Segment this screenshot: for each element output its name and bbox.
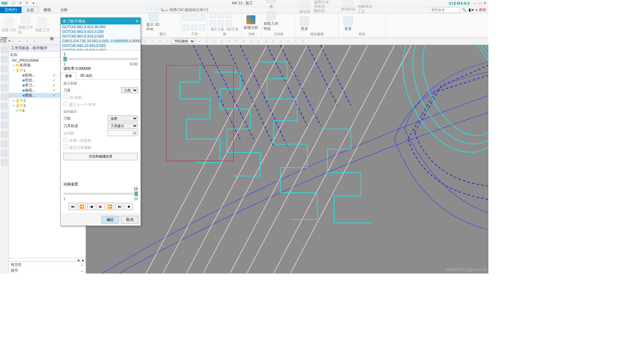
prev-button[interactable]: ⏪ <box>78 203 86 210</box>
tab-3ddynamic[interactable]: 3D 动态 <box>76 72 96 79</box>
quick-access[interactable]: ▢↺↻▾ <box>9 1 36 6</box>
dialog-tabs: 重播 3D 动态 <box>61 72 141 80</box>
tool-select[interactable]: 刀具 <box>121 87 138 93</box>
ok-button[interactable]: 确定 <box>102 216 119 224</box>
show-3dipw-button[interactable]: 显示 3D IPW <box>146 12 161 31</box>
tutorial-link[interactable]: ▸ 教程 <box>476 7 486 12</box>
tab-curve[interactable]: 曲线 <box>39 7 56 13</box>
selection-filter[interactable]: 特征曲线 <box>172 39 195 44</box>
res-icon[interactable] <box>1 122 7 128</box>
ribbon-group-gctool: 加工工具 - GC工具箱 <box>210 26 239 37</box>
res-icon[interactable] <box>1 131 7 137</box>
moveface-button[interactable]: 移动面 <box>297 0 312 14</box>
search-icon[interactable]: 🔍 <box>462 8 467 12</box>
ribbon-group-geom: 几何体 <box>264 31 293 37</box>
motion-count-input <box>108 130 138 136</box>
create-geom-button[interactable]: 创建几何体 <box>18 15 33 35</box>
nav-section-detail[interactable]: 细节⌄ <box>9 267 86 274</box>
rib-icon[interactable] <box>146 4 152 10</box>
chk-ipw <box>63 102 68 106</box>
last-button[interactable]: ⏭ <box>115 203 123 210</box>
chk-contact <box>63 144 68 149</box>
ribbon-group-insert: 刀片 <box>0 36 50 41</box>
tab-analyze[interactable]: 分析 <box>56 7 72 13</box>
res-icon[interactable] <box>1 56 7 62</box>
res-icon[interactable] <box>1 113 7 119</box>
create-tool-button[interactable]: 创建刀具 <box>1 17 16 33</box>
file-menu[interactable]: 文件(F) <box>0 7 21 13</box>
draft-analysis-button[interactable]: 拔模分析 <box>244 15 258 30</box>
nav-section-dependency[interactable]: 相关性⌄ <box>9 261 86 267</box>
create-ftproc-button[interactable]: 创建特征工艺 <box>358 0 372 14</box>
res-icon[interactable] <box>1 103 7 109</box>
chk-pause <box>63 137 68 142</box>
speed-label: 动画速度 <box>63 182 138 187</box>
playback-controls: ⏮ ⏪ ◀ ▶ ⏩ ⏭ ■ <box>63 203 138 210</box>
gear-icon: ⚙ <box>63 19 66 23</box>
nav-icon[interactable] <box>1 47 7 53</box>
first-button[interactable]: ⏮ <box>68 203 76 210</box>
res-icon[interactable] <box>1 141 7 147</box>
stop-button[interactable]: ■ <box>125 203 133 210</box>
more-sync-button[interactable]: 更多 <box>297 16 312 31</box>
dialog-title: 刀轨可视化 <box>67 19 86 24</box>
ribbon-group-analysis: 分析 <box>244 31 259 37</box>
frame-slider[interactable] <box>63 58 138 60</box>
next-button[interactable]: ⏩ <box>106 203 114 210</box>
res-icon[interactable] <box>1 160 7 166</box>
res-icon[interactable] <box>1 150 7 156</box>
create-op-button[interactable]: 创建工序 <box>35 17 50 33</box>
close-icon[interactable]: ✕ <box>136 19 139 23</box>
speed-slider[interactable] <box>63 193 138 195</box>
feedrate-label: 进给率 0.000000 <box>63 66 138 71</box>
res-icon[interactable] <box>1 75 7 81</box>
toolpath-visualize-dialog: ⚙ 刀轨可视化 ✕ GOTO/5.882,9.915,30.000GOTO/5.… <box>60 17 141 226</box>
trace-select[interactable]: 工具提示 <box>108 123 138 129</box>
tab-home[interactable]: 主页 <box>21 7 39 13</box>
res-icon[interactable] <box>1 94 7 100</box>
title-bar: NX ▢↺↻▾ NX 12 - 加工 SIEMENS —□✕ <box>0 0 488 7</box>
more-feature-button[interactable]: 更多 <box>341 16 356 31</box>
find-feature-button[interactable]: 查找特征 <box>341 0 356 12</box>
chk-2d <box>63 95 68 99</box>
ribbon-group-display: 显示 <box>146 31 179 37</box>
gouge-collision-button[interactable]: 过切和碰撞设置 <box>63 153 138 160</box>
window-controls[interactable]: —□✕ <box>473 1 487 5</box>
extract-geom-button[interactable]: 抽取几何特征 <box>264 11 278 31</box>
dialog-titlebar[interactable]: ⚙ 刀轨可视化 ✕ <box>61 18 141 24</box>
section-motion: 运动显示 <box>63 109 138 114</box>
goto-list[interactable]: GOTO/5.882,9.915,30.000GOTO/5.882,9.915,… <box>61 24 141 51</box>
command-search[interactable] <box>430 7 460 13</box>
window-title: NX 12 - 加工 <box>36 1 449 6</box>
back-button[interactable]: ◀ <box>87 203 95 210</box>
ribbon-group-feature: 特征 <box>341 31 383 37</box>
app-logo: NX <box>0 1 9 6</box>
frame-current: 1 <box>63 52 138 56</box>
graphics-viewport[interactable]: UG爱好者论坛@rqu1208 <box>86 45 488 274</box>
watermark: UG爱好者论坛@rqu1208 <box>445 267 486 272</box>
view-triad[interactable] <box>96 45 488 267</box>
tab-replay[interactable]: 重播 <box>61 72 76 80</box>
cancel-button[interactable]: 取消 <box>121 216 139 224</box>
ribbon-group-sync: 同步建模 <box>297 31 336 37</box>
resource-bar <box>0 45 9 274</box>
section-display: 显示选项 <box>63 81 138 86</box>
res-icon[interactable] <box>1 66 7 72</box>
ribbon-group-workpiece: 工件 <box>183 31 206 37</box>
res-icon[interactable] <box>1 84 7 90</box>
brand-label: SIEMENS <box>449 1 470 5</box>
point-button[interactable]: 点 <box>264 0 278 9</box>
help-dropdown[interactable]: ◧▾ <box>469 8 474 12</box>
path-select[interactable]: 全部 <box>108 115 138 121</box>
play-button[interactable]: ▶ <box>97 203 105 210</box>
menu-bar: 文件(F) 主页 曲线 分析 模块 燕秀CNC超级程式单2.5 🔍 ◧▾ ▸ 教… <box>0 7 488 13</box>
